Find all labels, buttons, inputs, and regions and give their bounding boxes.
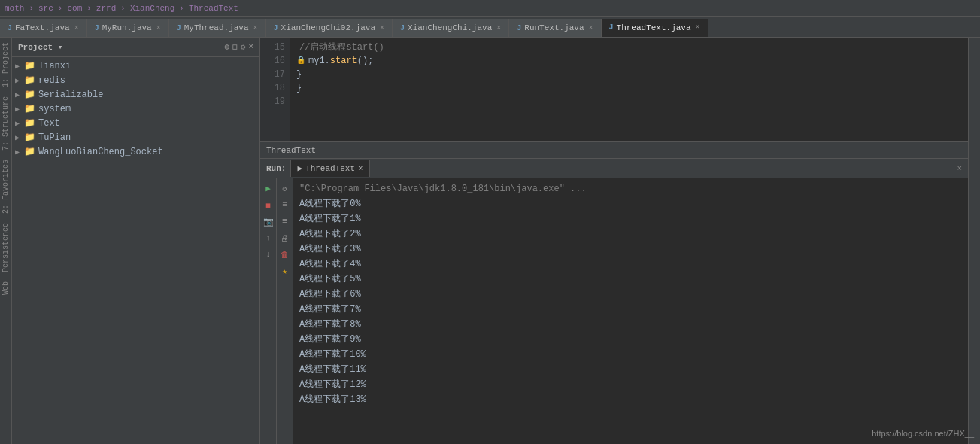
settings-run-button[interactable]: ≡ <box>278 198 292 211</box>
line-num-16: 16 <box>260 54 285 68</box>
editor-area: 15 16 17 18 19 //启动线程start() 🔒 my1.start… <box>260 38 968 158</box>
close-icon[interactable]: × <box>496 24 501 32</box>
breadcrumb-moth[interactable]: moth <box>5 4 24 13</box>
code-text-18: } <box>296 81 302 95</box>
tab-mythread[interactable]: J MyThread.java × <box>169 19 266 37</box>
close-icon[interactable]: × <box>74 24 79 32</box>
delete-button[interactable]: 🗑 <box>278 248 292 261</box>
expand-arrow: ▶ <box>15 147 24 157</box>
line-num-19: 19 <box>260 95 285 108</box>
tab-myrun[interactable]: J MyRun.java × <box>87 19 169 37</box>
breadcrumb-threadtext[interactable]: ThreadText <box>189 4 238 13</box>
run-tab-threadtext[interactable]: ▶ ThreadText × <box>290 160 369 177</box>
tab-threadtext[interactable]: J ThreadText.java × <box>602 19 708 37</box>
project-header-icons: ⊕ ⊟ ⚙ × <box>225 42 253 52</box>
run-button[interactable]: ▶ <box>262 181 275 195</box>
rerun-button[interactable]: ↺ <box>278 181 292 195</box>
console-output-line-5: A线程下载了5% <box>299 272 962 287</box>
console-output-line-3: A线程下载了3% <box>299 242 962 257</box>
close-icon[interactable]: × <box>696 23 700 32</box>
tree-item-redis[interactable]: ▶ 📁 redis <box>12 73 259 87</box>
run-label: Run: <box>266 164 286 173</box>
tab-fatext[interactable]: J FaText.java × <box>0 19 87 37</box>
tab-label: XianChengChi.java <box>408 23 492 32</box>
star-button[interactable]: ★ <box>278 264 292 278</box>
console-output-line-7: A线程下载了7% <box>299 302 962 317</box>
close-panel-icon[interactable]: × <box>248 42 253 52</box>
folder-icon: 📁 <box>24 132 36 143</box>
console-output-line-2: A线程下载了2% <box>299 227 962 242</box>
breadcrumb-xiancheng[interactable]: XianCheng <box>130 4 174 13</box>
top-breadcrumb: moth › src › com › zrrd › XianCheng › Th… <box>0 0 980 17</box>
tree-item-label: system <box>38 104 71 114</box>
right-sidebar-labels <box>968 38 980 444</box>
tree-item-lianxi[interactable]: ▶ 📁 lianxi <box>12 59 259 73</box>
close-icon[interactable]: × <box>156 24 161 32</box>
line-num-17: 17 <box>260 68 285 81</box>
project-title: Project ▾ <box>18 42 62 52</box>
tab-runtext[interactable]: J RunText.java × <box>509 19 601 37</box>
console-output-line-8: A线程下载了8% <box>299 317 962 332</box>
sidebar-label-persistence[interactable]: Persistence <box>0 218 11 277</box>
code-text-17: } <box>296 68 302 81</box>
left-sidebar-labels: 1: Project 7: Structure 2: Favorites Per… <box>0 38 12 444</box>
breadcrumb-src[interactable]: src <box>38 4 53 13</box>
expand-arrow: ▶ <box>15 76 24 85</box>
code-text-19 <box>296 95 302 108</box>
close-run-panel-icon[interactable]: × <box>957 164 962 173</box>
run-toolbar-right: ↺ ≡ ≣ 🖨 🗑 ★ <box>277 178 293 444</box>
java-icon: J <box>177 24 181 32</box>
folder-icon: 📁 <box>24 146 36 157</box>
scroll-up-button[interactable]: ↑ <box>262 231 275 245</box>
folder-icon: 📁 <box>24 75 36 86</box>
tree-item-label: redis <box>38 75 65 86</box>
watermark: https://blog.csdn.net/ZHX__ <box>872 429 974 438</box>
tab-label: MyThread.java <box>184 23 249 32</box>
close-icon[interactable]: × <box>380 24 384 32</box>
filter-button[interactable]: ≣ <box>278 214 292 228</box>
tree-item-wangluobiancheng[interactable]: ▶ 📁 WangLuoBianCheng_Socket <box>12 144 259 159</box>
scroll-down-button[interactable]: ↓ <box>262 248 275 261</box>
close-icon[interactable]: × <box>589 24 593 32</box>
console-output-line-13: A线程下载了13% <box>299 392 962 407</box>
expand-arrow: ▶ <box>15 62 24 71</box>
breadcrumb-com[interactable]: com <box>67 4 82 13</box>
sidebar-label-project[interactable]: 1: Project <box>0 38 11 92</box>
tree-item-text[interactable]: ▶ 📁 Text <box>12 116 259 130</box>
tab-label: ThreadText.java <box>617 23 691 32</box>
expand-arrow: ▶ <box>15 133 24 142</box>
console-output-line-6: A线程下载了6% <box>299 287 962 302</box>
settings-icon[interactable]: ⚙ <box>241 42 246 52</box>
bottom-tab-label: ThreadText <box>266 146 316 155</box>
tree-item-tupian[interactable]: ▶ 📁 TuPian <box>12 130 259 144</box>
run-tab-close[interactable]: × <box>358 164 363 173</box>
right-label[interactable] <box>969 39 980 53</box>
code-line-18: } <box>296 81 962 95</box>
tree-item-system[interactable]: ▶ 📁 system <box>12 102 259 116</box>
java-icon: J <box>609 23 614 32</box>
collapse-icon[interactable]: ⊟ <box>232 42 238 52</box>
tab-xianchengchi02[interactable]: J XianChengChi02.java × <box>266 19 393 37</box>
sidebar-label-favorites[interactable]: 2: Favorites <box>0 155 11 218</box>
close-icon[interactable]: × <box>253 24 258 32</box>
print-button[interactable]: 🖨 <box>278 231 292 245</box>
sync-icon[interactable]: ⊕ <box>225 42 230 52</box>
tree-item-serializable[interactable]: ▶ 📁 Serializable <box>12 87 259 102</box>
tab-xianchengchi[interactable]: J XianChengChi.java × <box>393 19 509 37</box>
console-command-line: "C:\Program Files\Java\jdk1.8.0_181\bin\… <box>299 181 962 196</box>
code-content: 15 16 17 18 19 //启动线程start() 🔒 my1.start… <box>260 38 968 141</box>
run-tab-label: ThreadText <box>305 164 355 173</box>
code-editor[interactable]: //启动线程start() 🔒 my1.start(); } } <box>290 38 968 141</box>
breadcrumb-zrrd[interactable]: zrrd <box>96 4 116 13</box>
console-output-line-10: A线程下载了10% <box>299 347 962 362</box>
console-output-line-4: A线程下载了4% <box>299 257 962 272</box>
tab-label: MyRun.java <box>102 23 152 32</box>
screenshot-button[interactable]: 📷 <box>262 214 275 228</box>
console-output-line-1: A线程下载了1% <box>299 211 962 227</box>
sidebar-label-web[interactable]: Web <box>0 277 11 300</box>
stop-button[interactable]: ◼ <box>262 198 275 211</box>
expand-arrow: ▶ <box>15 119 24 128</box>
run-header: Run: ▶ ThreadText × × <box>260 159 968 178</box>
line-numbers: 15 16 17 18 19 <box>260 38 290 141</box>
sidebar-label-structure[interactable]: 7: Structure <box>0 92 11 155</box>
